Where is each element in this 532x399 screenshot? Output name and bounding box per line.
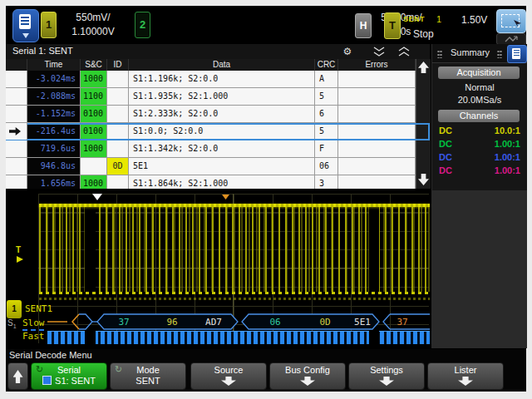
- col-sc: S&C: [81, 59, 107, 71]
- pan-zoom-button[interactable]: [496, 33, 526, 45]
- channel1-waveform: [39, 207, 430, 292]
- slow-bus-label: Slow: [22, 318, 45, 328]
- menu-title: Serial Decode Menu: [9, 350, 92, 360]
- menu-list-icon: [512, 48, 520, 59]
- pan-zoom-icon: [505, 36, 518, 42]
- channel1-scale: 550mV/: [47, 11, 139, 25]
- trigger-level-arrow-icon[interactable]: [17, 256, 23, 263]
- col-data: Data: [129, 59, 315, 71]
- dropdown-arrow-icon: [221, 377, 236, 386]
- table-row[interactable]: -3.024ms 1000 S1:1.196k; S2:0.0A: [6, 71, 430, 88]
- cycle-icon: ↻: [115, 364, 122, 375]
- grip-icon: [497, 50, 502, 58]
- oscilloscope-screen: 1 550mV/ 1.10000V 2 H 5.000ms/ 0.0s T SE…: [6, 6, 526, 392]
- horizontal-button[interactable]: H: [355, 13, 372, 38]
- table-row[interactable]: 719.6us 1000 S1:1.342k; S2:0.0F: [6, 140, 430, 158]
- menu-title-bar: Serial Decode Menu: [6, 349, 526, 362]
- lister-panel: Serial 1: SENT ⚙ Time S&C ID Data CRC Er…: [6, 44, 430, 189]
- channel4-summary: DC1.00:1: [432, 165, 527, 179]
- lister-table: Time S&C ID Data CRC Errors -3.024ms 100…: [6, 59, 430, 189]
- channels-badge: Channels: [438, 110, 520, 122]
- grip-icon: [437, 50, 442, 58]
- slow-bus-decode: 37 96 AD7 06 0D 5E1 37: [47, 313, 430, 331]
- gear-icon[interactable]: ⚙: [338, 46, 357, 57]
- slow-bus-value: AD7: [205, 317, 222, 328]
- trigger-mode: SENT: [403, 15, 425, 23]
- channel2-button[interactable]: 2: [135, 12, 150, 38]
- waveform-low-level: [39, 292, 430, 294]
- waveform-display[interactable]: T 1 SENT1 S1 Slow Fast 37 96 AD7 06 0D 5…: [6, 189, 430, 348]
- source-softkey[interactable]: Source: [190, 362, 267, 390]
- col-time: Time: [27, 59, 81, 71]
- bus-source-icon: 1: [7, 300, 22, 318]
- fast-bus-label: Fast: [22, 331, 45, 342]
- lister-title-bar: Serial 1: SENT ⚙: [6, 44, 430, 60]
- summary-title: Summary: [451, 47, 490, 57]
- back-up-button[interactable]: [7, 362, 28, 390]
- waveform-high-level: [39, 204, 430, 207]
- scroll-up-icon[interactable]: [418, 62, 429, 73]
- dropdown-arrow-icon: [458, 377, 473, 386]
- sidebar-filler: [432, 190, 527, 348]
- checkbox-icon: [42, 376, 52, 385]
- run-status: Stop: [413, 28, 434, 40]
- slow-bus-value: 06: [269, 317, 280, 328]
- softkey-menu: ↻ Serial S1: SENT ↻ Mode SENT Source Bus…: [6, 362, 526, 392]
- channel1-readout: 550mV/ 1.10000V: [47, 11, 139, 39]
- slow-bus-value: 37: [118, 317, 129, 328]
- serial-slot-label: S1: [7, 318, 17, 329]
- table-row[interactable]: -2.088ms 1100 S1:1.935k; S2:1.0005: [6, 88, 430, 106]
- col-marker: [6, 59, 27, 71]
- slow-bus-value: 5E1: [354, 317, 371, 328]
- trigger-level: 1.50V: [461, 14, 487, 26]
- cycle-icon: ↻: [36, 364, 43, 375]
- trigger-button[interactable]: T: [384, 12, 401, 39]
- lister-title: Serial 1: SENT: [12, 46, 73, 56]
- lister-softkey[interactable]: Lister: [427, 362, 504, 390]
- acquisition-mode: Normal: [432, 82, 527, 92]
- rect-select-button[interactable]: [496, 9, 526, 33]
- summary-panel: Summary Acquisition Normal 20.0MSa/s Cha…: [431, 44, 527, 348]
- dropdown-arrow-icon: [379, 377, 394, 386]
- trigger-source: 1: [436, 14, 441, 24]
- collapse-icon[interactable]: [370, 46, 388, 57]
- main-menu-button[interactable]: [12, 9, 39, 42]
- main-menu-icon: [19, 14, 31, 29]
- settings-softkey[interactable]: Settings: [348, 362, 425, 390]
- chevron-down-icon: [22, 33, 29, 38]
- serial-softkey[interactable]: ↻ Serial S1: SENT: [31, 362, 107, 390]
- top-status-bar: 1 550mV/ 1.10000V 2 H 5.000ms/ 0.0s T SE…: [6, 6, 526, 44]
- channel2-summary: DC1.00:1: [432, 139, 527, 152]
- fast-bus-decode: [47, 331, 430, 344]
- slow-bus-value: 0D: [319, 317, 330, 328]
- table-row[interactable]: -1.152ms 0100 S1:2.333k; S2:0.06: [6, 106, 430, 123]
- channel1-summary: DC10.0:1: [432, 126, 527, 139]
- expand-icon[interactable]: [395, 46, 413, 57]
- scroll-down-icon[interactable]: [418, 174, 429, 185]
- table-row-selected[interactable]: -216.4us 0100 S1:0.0; S2:0.05: [6, 123, 430, 140]
- lister-header-row: Time S&C ID Data CRC Errors: [6, 59, 430, 71]
- col-id: ID: [107, 59, 129, 71]
- dropdown-arrow-icon: [300, 377, 315, 386]
- mode-softkey[interactable]: ↻ Mode SENT: [110, 362, 186, 390]
- slow-bus-value: 96: [166, 317, 177, 328]
- acquisition-badge: Acquisition: [438, 66, 520, 79]
- channel1-position: 1.10000V: [47, 25, 139, 39]
- channel3-summary: DC1.00:1: [432, 152, 527, 165]
- col-errors: Errors: [338, 59, 416, 71]
- trigger-level-label: T: [16, 245, 21, 254]
- back-up-icon: [13, 370, 23, 383]
- current-row-arrow-icon: [9, 127, 21, 135]
- table-row[interactable]: 946.8us 0D 5E106: [6, 158, 430, 175]
- sample-rate: 20.0MSa/s: [432, 95, 527, 105]
- slow-bus-value: 37: [397, 317, 407, 328]
- summary-header[interactable]: Summary: [432, 44, 527, 63]
- bus-config-softkey[interactable]: Bus Config: [269, 362, 346, 390]
- summary-menu-button[interactable]: [507, 45, 527, 63]
- col-crc: CRC: [315, 59, 338, 71]
- rect-select-icon: [501, 14, 520, 27]
- waveform-low-level2: [39, 298, 430, 300]
